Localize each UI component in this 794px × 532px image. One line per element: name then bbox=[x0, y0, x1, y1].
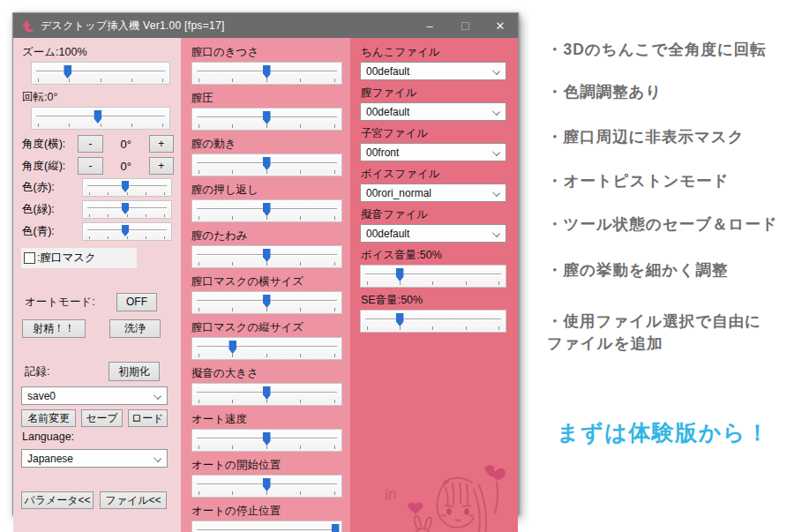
save-slot-select[interactable]: save0 bbox=[21, 386, 168, 405]
color-red-slider[interactable] bbox=[82, 178, 172, 197]
save-slot-value: save0 bbox=[27, 390, 56, 402]
window-title: デスクトップ挿入機 Ver1.00 [fps=17] bbox=[41, 19, 225, 34]
auto-speed-slider[interactable] bbox=[191, 429, 342, 452]
slider-thumb[interactable] bbox=[263, 111, 271, 124]
select-value: 00default bbox=[366, 228, 409, 240]
angle-horizontal-row: 角度(横): - 0° + bbox=[22, 135, 174, 153]
vagina-file-select[interactable]: 00default bbox=[360, 102, 506, 121]
ejaculate-button[interactable]: 射精！！ bbox=[22, 319, 86, 338]
slider-thumb[interactable] bbox=[263, 249, 271, 262]
checkbox-icon[interactable] bbox=[24, 252, 35, 264]
slider-thumb[interactable] bbox=[64, 65, 71, 79]
pressure-slider[interactable] bbox=[191, 108, 342, 131]
rotation-label: 回転:0° bbox=[22, 90, 174, 104]
param-label: オート速度 bbox=[191, 412, 344, 426]
slider-thumb[interactable] bbox=[263, 295, 271, 308]
save-button[interactable]: セーブ bbox=[81, 409, 122, 427]
movement-slider[interactable] bbox=[191, 154, 342, 176]
file-label: 子宮ファイル bbox=[361, 126, 507, 140]
select-value: 00default bbox=[366, 65, 409, 78]
panel-toggle-row: パラメータ<< ファイル<< bbox=[21, 491, 170, 509]
slider-thumb[interactable] bbox=[263, 65, 271, 79]
angle-h-value: 0° bbox=[109, 138, 143, 151]
slider-thumb[interactable] bbox=[263, 386, 271, 400]
slider-thumb[interactable] bbox=[263, 157, 271, 170]
param-label: 膣の動き bbox=[191, 137, 344, 151]
promo-bullet: ・膣の挙動を細かく調整 bbox=[547, 259, 728, 281]
voice-file-select[interactable]: 00rori_normal bbox=[360, 184, 506, 202]
param-label: 膣のたわみ bbox=[191, 229, 344, 243]
slider-thumb[interactable] bbox=[396, 313, 404, 326]
action-buttons-row: 射精！！ 洗浄 bbox=[22, 319, 172, 338]
slider-thumb[interactable] bbox=[122, 225, 129, 236]
screenshot-root: デスクトップ挿入機 Ver1.00 [fps=17] – ✕ ズーム:100% … bbox=[0, 0, 794, 532]
mask-height-slider[interactable] bbox=[191, 337, 342, 360]
rename-button[interactable]: 名前変更 bbox=[21, 409, 76, 427]
sfx-size-slider[interactable] bbox=[191, 383, 342, 406]
promo-bullet: ・膣口周辺に非表示マスク bbox=[547, 126, 745, 148]
chevron-down-icon bbox=[492, 67, 500, 75]
mask-width-slider[interactable] bbox=[191, 291, 342, 314]
auto-stop-slider[interactable] bbox=[191, 521, 342, 532]
chevron-down-icon bbox=[154, 392, 161, 400]
color-red-label: 色(赤): bbox=[22, 180, 79, 195]
file-collapse-button[interactable]: ファイル<< bbox=[100, 491, 167, 509]
auto-start-slider[interactable] bbox=[191, 475, 342, 498]
voice-volume-slider[interactable] bbox=[360, 265, 506, 288]
slider-thumb[interactable] bbox=[263, 478, 271, 491]
color-blue-slider[interactable] bbox=[82, 222, 172, 241]
penis-file-select[interactable]: 00default bbox=[360, 62, 506, 80]
slider-thumb[interactable] bbox=[263, 203, 271, 216]
language-select[interactable]: Japanese bbox=[21, 449, 168, 468]
language-label: Language: bbox=[22, 430, 174, 444]
slider-thumb[interactable] bbox=[396, 268, 404, 281]
promo-bullet: ・色調調整あり bbox=[547, 81, 662, 103]
angle-h-minus-button[interactable]: - bbox=[78, 135, 102, 153]
color-green-label: 色(緑): bbox=[22, 202, 79, 217]
auto-mode-row: オートモード: OFF bbox=[22, 292, 172, 311]
rotation-slider[interactable] bbox=[31, 107, 170, 130]
slider-thumb[interactable] bbox=[94, 110, 101, 124]
slider-thumb[interactable] bbox=[122, 181, 129, 192]
minimize-icon[interactable]: – bbox=[412, 13, 447, 38]
slider-thumb[interactable] bbox=[332, 524, 340, 532]
flex-slider[interactable] bbox=[191, 245, 342, 268]
promo-bullet: ・使用ファイル選択で自由に ファイルを追加 bbox=[547, 311, 761, 355]
tightness-slider[interactable] bbox=[191, 62, 342, 85]
load-button[interactable]: ロード bbox=[128, 409, 168, 427]
se-volume-slider[interactable] bbox=[360, 310, 506, 333]
maximize-icon bbox=[447, 13, 483, 38]
girl-doodle-sketch: in bbox=[364, 460, 514, 532]
auto-mode-toggle-button[interactable]: OFF bbox=[116, 293, 157, 311]
titlebar[interactable]: デスクトップ挿入機 Ver1.00 [fps=17] – ✕ bbox=[13, 13, 518, 38]
mask-checkbox-row[interactable]: :膣口マスク bbox=[21, 248, 137, 268]
parameter-collapse-button[interactable]: パラメータ<< bbox=[21, 491, 94, 509]
angle-h-plus-button[interactable]: + bbox=[149, 135, 174, 153]
slider-thumb[interactable] bbox=[263, 432, 271, 446]
close-icon[interactable]: ✕ bbox=[483, 13, 518, 38]
color-red-row: 色(赤): bbox=[22, 178, 172, 197]
slider-thumb[interactable] bbox=[228, 341, 236, 354]
slider-thumb[interactable] bbox=[122, 203, 129, 214]
sfx-file-select[interactable]: 00default bbox=[360, 224, 506, 243]
param-label: 膣口マスクの縦サイズ bbox=[191, 320, 344, 334]
angle-v-plus-button[interactable]: + bbox=[149, 157, 174, 175]
se-volume-label: SE音量:50% bbox=[361, 293, 507, 307]
angle-v-minus-button[interactable]: - bbox=[78, 157, 102, 175]
color-blue-label: 色(青): bbox=[22, 224, 79, 239]
pushback-slider[interactable] bbox=[191, 199, 342, 222]
color-green-slider[interactable] bbox=[82, 200, 172, 219]
param-label: オートの開始位置 bbox=[191, 458, 344, 472]
param-label: 膣口のきつさ bbox=[191, 45, 344, 59]
color-green-row: 色(緑): bbox=[22, 200, 172, 219]
param-label: 膣の押し返し bbox=[191, 183, 344, 197]
wash-button[interactable]: 洗浄 bbox=[109, 319, 161, 338]
select-value: 00default bbox=[366, 106, 409, 118]
select-value: 00front bbox=[366, 146, 399, 159]
zoom-slider[interactable] bbox=[31, 62, 170, 85]
param-label: 擬音の大きさ bbox=[191, 366, 344, 380]
init-button[interactable]: 初期化 bbox=[109, 362, 160, 381]
chevron-down-icon bbox=[492, 108, 500, 116]
chevron-down-icon bbox=[154, 454, 161, 462]
uterus-file-select[interactable]: 00front bbox=[360, 143, 506, 161]
